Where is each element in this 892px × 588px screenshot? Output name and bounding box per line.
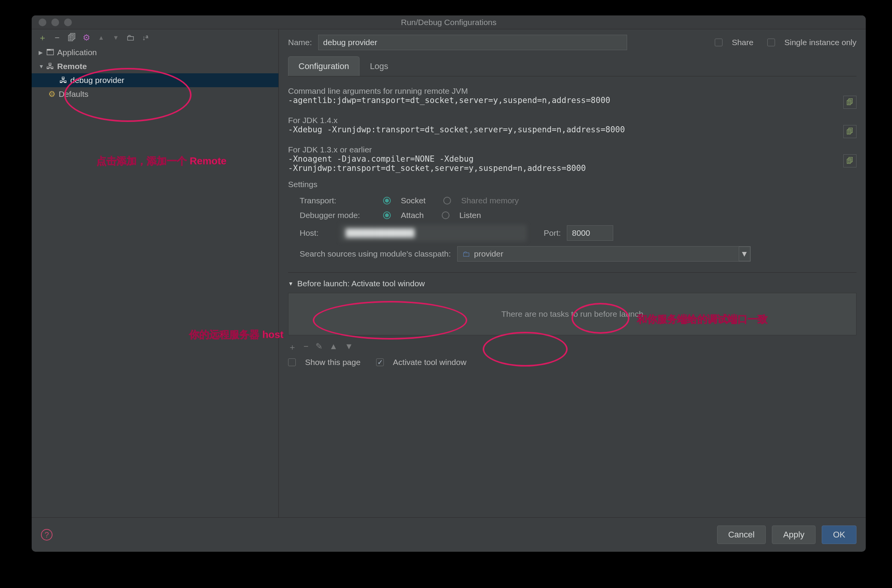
show-page-checkbox[interactable]: Show this page (288, 358, 361, 367)
remove-icon[interactable]: − (53, 33, 62, 42)
before-launch-header[interactable]: ▼ Before launch: Activate tool window (288, 279, 856, 288)
jdk14-args: -Xdebug -Xrunjdwp:transport=dt_socket,se… (288, 125, 625, 134)
folder-icon[interactable]: 🗀 (126, 33, 135, 42)
host-label: Host: (300, 228, 334, 238)
tree-item-application[interactable]: ▶ 🗔 Application (32, 46, 278, 59)
activate-window-label: Activate tool window (393, 358, 466, 367)
move-down-icon[interactable]: ▼ (111, 33, 120, 42)
sidebar: ＋ − 🗐 ⚙ ▲ ▼ 🗀 ↓ª ▶ 🗔 Application ▼ 🖧 Re (32, 29, 279, 517)
share-checkbox[interactable]: Share (715, 38, 753, 47)
settings-icon[interactable]: ⚙ (82, 33, 91, 42)
tree-label: debug provider (70, 76, 124, 85)
single-instance-checkbox[interactable]: Single instance only (767, 38, 856, 47)
radio-label: Listen (460, 211, 481, 220)
window-title: Run/Debug Configurations (32, 18, 866, 27)
before-launch-list: There are no tasks to run before launch (288, 293, 856, 335)
edit-icon[interactable]: ✎ (315, 341, 322, 353)
move-up-icon[interactable]: ▲ (97, 33, 106, 42)
collapse-arrow-icon[interactable]: ▼ (288, 280, 293, 287)
config-panel: Command line arguments for running remot… (288, 80, 856, 510)
help-icon[interactable]: ? (41, 529, 53, 541)
jdk14-title: For JDK 1.4.x (288, 116, 856, 125)
settings-title: Settings (288, 180, 856, 189)
jdk13-args-2: -Xrunjdwp:transport=dt_socket,server=y,s… (288, 164, 586, 173)
sort-icon[interactable]: ↓ª (141, 33, 150, 42)
transport-socket-radio[interactable]: Socket (383, 196, 426, 205)
sidebar-toolbar: ＋ − 🗐 ⚙ ▲ ▼ 🗀 ↓ª (32, 29, 278, 45)
port-label: Port: (544, 228, 561, 238)
before-launch-title: Before launch: Activate tool window (297, 279, 425, 288)
share-label: Share (732, 38, 753, 47)
defaults-icon: ⚙ (47, 90, 56, 99)
settings-group: Transport: Socket Shared memory Debugger… (288, 196, 856, 262)
classpath-label: Search sources using module's classpath: (300, 249, 451, 259)
copy-button[interactable]: 🗐 (843, 154, 856, 167)
tree-item-defaults[interactable]: ⚙ Defaults (32, 87, 278, 101)
cmd-args-title: Command line arguments for running remot… (288, 86, 856, 96)
add-icon[interactable]: ＋ (38, 33, 47, 42)
tree-label: Defaults (59, 90, 88, 99)
host-input[interactable] (341, 225, 526, 241)
remote-config-icon: 🖧 (59, 76, 68, 85)
name-row: Name: Share Single instance only (288, 35, 856, 50)
tree-label: Remote (57, 62, 87, 71)
collapse-arrow-icon[interactable]: ▼ (39, 63, 46, 69)
main-panel: Name: Share Single instance only Configu… (279, 29, 866, 517)
chevron-down-icon[interactable]: ▼ (739, 247, 750, 261)
dialog-footer: ? Cancel Apply OK (32, 517, 866, 552)
name-input[interactable] (318, 35, 627, 50)
tree-item-debug-provider[interactable]: 🖧 debug provider (32, 73, 278, 87)
before-launch-toolbar: ＋ − ✎ ▲ ▼ (288, 340, 856, 353)
tab-bar: Configuration Logs (288, 56, 856, 76)
tree-label: Application (57, 48, 97, 57)
debugger-mode-label: Debugger mode: (300, 211, 377, 220)
expand-arrow-icon[interactable]: ▶ (39, 49, 46, 56)
module-icon: 🗀 (462, 249, 470, 259)
jdk13-args-1: -Xnoagent -Djava.compiler=NONE -Xdebug (288, 154, 586, 164)
classpath-select[interactable]: 🗀 provider ▼ (457, 246, 751, 262)
copy-button[interactable]: 🗐 (843, 125, 856, 138)
classpath-value: provider (474, 249, 504, 259)
config-tree: ▶ 🗔 Application ▼ 🖧 Remote 🖧 debug provi… (32, 45, 278, 101)
remote-icon: 🖧 (46, 62, 55, 71)
tab-logs[interactable]: Logs (360, 56, 399, 76)
activate-window-checkbox[interactable]: Activate tool window (376, 358, 466, 367)
transport-label: Transport: (300, 196, 377, 205)
single-instance-label: Single instance only (784, 38, 856, 47)
show-page-label: Show this page (305, 358, 361, 367)
tree-item-remote[interactable]: ▼ 🖧 Remote (32, 59, 278, 73)
mode-listen-radio[interactable]: Listen (442, 211, 481, 220)
radio-label: Shared memory (461, 196, 519, 205)
move-down-icon[interactable]: ▼ (345, 341, 353, 353)
empty-text: There are no tasks to run before launch (501, 309, 643, 319)
jdk13-title: For JDK 1.3.x or earlier (288, 145, 856, 154)
cancel-button[interactable]: Cancel (717, 525, 766, 544)
transport-shared-radio[interactable]: Shared memory (443, 196, 519, 205)
remove-icon[interactable]: − (304, 341, 309, 353)
move-up-icon[interactable]: ▲ (329, 341, 338, 353)
port-input[interactable] (567, 225, 613, 241)
application-icon: 🗔 (46, 48, 55, 57)
radio-label: Attach (401, 211, 424, 220)
name-label: Name: (288, 38, 312, 47)
apply-button[interactable]: Apply (772, 525, 816, 544)
cmd-args-text: -agentlib:jdwp=transport=dt_socket,serve… (288, 96, 610, 105)
copy-button[interactable]: 🗐 (843, 96, 856, 109)
add-icon[interactable]: ＋ (288, 341, 297, 353)
copy-icon[interactable]: 🗐 (67, 33, 76, 42)
ok-button[interactable]: OK (822, 525, 856, 544)
title-bar: Run/Debug Configurations (32, 15, 866, 29)
mode-attach-radio[interactable]: Attach (383, 211, 424, 220)
radio-label: Socket (401, 196, 426, 205)
tab-configuration[interactable]: Configuration (288, 56, 360, 76)
dialog-window: Run/Debug Configurations ＋ − 🗐 ⚙ ▲ ▼ 🗀 ↓… (32, 15, 866, 552)
